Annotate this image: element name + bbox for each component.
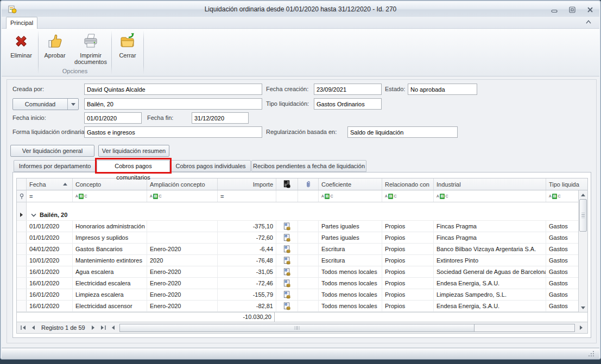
column-header-fecha[interactable]: Fecha [27, 178, 73, 190]
cell-ledger[interactable]: H [276, 301, 298, 311]
comunidad-dropdown-button[interactable]: Comunidad [12, 98, 79, 110]
cell-ampliacion[interactable]: 2020 [147, 255, 218, 266]
cell-fecha[interactable]: 16/01/2020 [27, 266, 73, 277]
table-row[interactable]: 16/01/2020 Electricidad escalera Enero-2… [17, 278, 587, 289]
table-row[interactable]: 16/01/2020 Agua escalera Enero-2020 -31,… [17, 266, 587, 278]
hscroll-thumb[interactable] [120, 324, 475, 331]
ver-liquidacion-general-button[interactable]: Ver liquidación general [10, 145, 94, 157]
cell-concepto[interactable]: Agua escalera [73, 266, 147, 277]
close-button[interactable] [586, 5, 594, 14]
cell-ledger[interactable]: H [276, 255, 298, 266]
cell-ledger[interactable]: H [276, 221, 298, 232]
group-row[interactable]: Bailén, 20 [17, 209, 587, 221]
tipo-liquidacion-field[interactable] [314, 98, 382, 110]
cell-fecha[interactable]: 01/01/2020 [27, 232, 73, 243]
tab-informes-por-departamento[interactable]: Informes por departamento [14, 160, 96, 172]
cell-industrial[interactable]: Fincas Pragma [434, 232, 546, 243]
cell-attachment[interactable] [298, 221, 319, 232]
cerrar-button[interactable]: Cerrar [112, 30, 143, 60]
estado-field[interactable] [408, 84, 477, 95]
cell-importe[interactable]: -155,79 [218, 289, 276, 300]
cell-fecha[interactable]: 16/01/2020 [27, 301, 73, 311]
cell-industrial[interactable]: Banco Bilbao Vizcaya Argentaria S.A. [434, 244, 546, 254]
comunidad-field[interactable] [84, 98, 262, 110]
tab-recibos-pendientes[interactable]: Recibos pendientes a fecha de liquidació… [251, 160, 366, 172]
title-bar[interactable]: Liquidación ordinaria desde 01/01/2020 h… [2, 2, 599, 17]
tab-cobros-pagos-comunitarios[interactable]: Cobros pagos comunitarios [97, 160, 170, 173]
cell-industrial[interactable]: Extintores Pinto [434, 255, 546, 266]
cell-industrial[interactable]: Fincas Pragma [434, 221, 546, 232]
cell-ampliacion[interactable]: Enero-2020 [147, 244, 218, 254]
cell-importe[interactable]: -31,05 [218, 266, 276, 277]
nav-first-button[interactable] [18, 324, 28, 332]
regularizacion-field[interactable] [347, 126, 458, 138]
cell-coeficiente[interactable]: Todos menos locales [319, 266, 382, 277]
imprimir-documentos-button[interactable]: Imprimir documentos [71, 30, 111, 66]
cell-relacionado[interactable]: Propios [382, 232, 434, 243]
cell-importe[interactable]: -72,60 [218, 232, 276, 243]
hscroll-left-button[interactable] [109, 324, 118, 332]
cell-attachment[interactable] [298, 289, 319, 300]
vscroll-track[interactable] [579, 232, 587, 303]
cell-coeficiente[interactable]: Todos menos locales [319, 289, 382, 300]
column-header-relacionado[interactable]: Relacionado con [382, 178, 434, 190]
filter-concepto[interactable]: ABC [73, 190, 147, 202]
cell-relacionado[interactable]: Propios [382, 266, 434, 277]
vscroll-up-button[interactable] [579, 190, 587, 199]
cell-concepto[interactable]: Impresos y suplidos [73, 232, 147, 243]
filter-industrial[interactable]: ABC [434, 190, 546, 202]
column-header-ampliacion[interactable]: Ampliación concepto [147, 178, 218, 190]
column-header-industrial[interactable]: Industrial [434, 178, 546, 190]
minimize-button[interactable] [550, 5, 558, 14]
vertical-scrollbar[interactable] [578, 190, 587, 312]
cell-attachment[interactable] [298, 278, 319, 289]
column-header-tipo-liquidacion[interactable]: Tipo liquida [546, 178, 587, 190]
column-header-ledger[interactable]: H [276, 178, 298, 190]
cell-ledger[interactable]: H [276, 244, 298, 254]
cell-concepto[interactable]: Honorarios administración [73, 221, 147, 232]
cell-ampliacion[interactable]: Enero-2020 [147, 278, 218, 289]
filter-fecha[interactable]: = [27, 190, 73, 202]
cell-ledger[interactable]: H [276, 266, 298, 277]
nav-last-button[interactable] [99, 324, 108, 332]
cell-coeficiente[interactable]: Partes iguales [319, 232, 382, 243]
table-row[interactable]: 10/01/2020 Mantenimiento extintores 2020… [17, 255, 587, 266]
cell-coeficiente[interactable]: Todos menos locales [319, 278, 382, 289]
cell-relacionado[interactable]: Propios [382, 221, 434, 232]
cell-attachment[interactable] [298, 301, 319, 311]
cell-coeficiente[interactable]: Todos menos locales [319, 301, 382, 311]
cell-ampliacion[interactable] [147, 232, 218, 243]
cell-relacionado[interactable]: Propios [382, 255, 434, 266]
cell-coeficiente[interactable]: Partes iguales [319, 221, 382, 232]
cell-attachment[interactable] [298, 232, 319, 243]
cell-relacionado[interactable]: Propios [382, 278, 434, 289]
cell-importe[interactable]: -82,81 [218, 301, 276, 311]
fecha-inicio-field[interactable] [84, 112, 142, 124]
table-row[interactable]: 01/01/2020 Impresos y suplidos -72,60 H … [17, 232, 587, 244]
eliminar-button[interactable]: Eliminar [5, 30, 37, 60]
collapse-group-icon[interactable] [31, 213, 36, 217]
cell-concepto[interactable]: Limpieza escalera [73, 289, 147, 300]
cell-importe[interactable]: -375,10 [218, 221, 276, 232]
cell-relacionado[interactable]: Propios [382, 301, 434, 311]
ver-liquidacion-resumen-button[interactable]: Ver liquidación resumen [98, 145, 169, 157]
vscroll-thumb[interactable] [579, 199, 587, 232]
filter-relacionado[interactable]: ABC [382, 190, 434, 202]
table-row[interactable]: 01/01/2020 Honorarios administración -37… [17, 221, 587, 232]
column-header-importe[interactable]: Importe [218, 178, 276, 190]
cell-fecha[interactable]: 01/01/2020 [27, 221, 73, 232]
cell-relacionado[interactable]: Propios [382, 244, 434, 254]
table-row[interactable]: 16/01/2020 Electricidad ascensor Enero-2… [17, 301, 587, 312]
resize-grip[interactable] [593, 351, 594, 352]
creada-por-field[interactable] [84, 84, 262, 95]
cell-concepto[interactable]: Electricidad ascensor [73, 301, 147, 311]
ribbon-collapse-icon[interactable] [585, 20, 592, 24]
cell-relacionado[interactable]: Propios [382, 289, 434, 300]
cell-attachment[interactable] [298, 255, 319, 266]
nav-prev-button[interactable] [28, 324, 37, 332]
filter-pin-cell[interactable] [17, 190, 27, 202]
cell-fecha[interactable]: 16/01/2020 [27, 278, 73, 289]
cell-ledger[interactable]: H [276, 289, 298, 300]
cell-fecha[interactable]: 10/01/2020 [27, 255, 73, 266]
cell-attachment[interactable] [298, 266, 319, 277]
